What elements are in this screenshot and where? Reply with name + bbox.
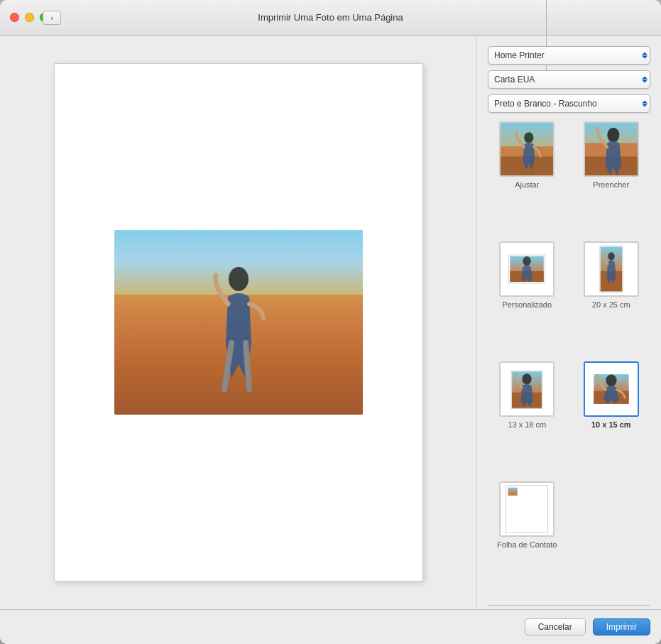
size-thumbnail-personalizado bbox=[499, 241, 555, 297]
size-grid: Ajustar bbox=[488, 121, 650, 596]
svg-point-4 bbox=[524, 132, 533, 143]
size-thumbnail-10x15 bbox=[584, 361, 639, 417]
size-thumbnail-ajustar bbox=[499, 121, 555, 177]
size-label-ajustar: Ajustar bbox=[515, 180, 539, 189]
svg-point-23 bbox=[523, 373, 532, 384]
preview-panel bbox=[0, 36, 476, 609]
size-thumbnail-20x25 bbox=[584, 241, 639, 297]
size-option-13x18[interactable]: 13 x 18 cm bbox=[488, 361, 567, 476]
settings-panel: Home Printer Carta EUA bbox=[476, 36, 661, 609]
size-thumbnail-13x18 bbox=[499, 361, 555, 417]
size-option-10x15[interactable]: 10 x 15 cm bbox=[572, 361, 651, 476]
size-label-20x25: 20 x 25 cm bbox=[592, 300, 630, 309]
quality-dropdown[interactable]: Preto e Branco - Rascunho bbox=[488, 94, 650, 113]
size-label-preencher: Preencher bbox=[593, 180, 629, 189]
grid-divider bbox=[488, 605, 650, 606]
size-label-10x15: 10 x 15 cm bbox=[591, 420, 631, 429]
window: ‹ Imprimir Uma Foto em Uma Página bbox=[0, 0, 661, 644]
minimize-button[interactable] bbox=[25, 13, 34, 22]
svg-point-13 bbox=[523, 256, 531, 266]
size-option-ajustar[interactable]: Ajustar bbox=[488, 121, 567, 236]
paper-dropdown[interactable]: Carta EUA bbox=[488, 70, 650, 89]
printer-dropdown-row: Home Printer bbox=[488, 46, 650, 65]
size-label-folha: Folha de Contato bbox=[497, 540, 557, 549]
main-content: Home Printer Carta EUA bbox=[0, 36, 661, 609]
person-silhouette-icon bbox=[210, 258, 267, 400]
close-button[interactable] bbox=[10, 13, 19, 22]
photo-preview bbox=[114, 230, 363, 415]
size-option-folha[interactable]: Folha de Contato bbox=[488, 481, 567, 596]
size-label-13x18: 13 x 18 cm bbox=[508, 420, 546, 429]
size-thumbnail-folha bbox=[499, 481, 555, 537]
size-label-personalizado: Personalizado bbox=[502, 300, 552, 309]
window-title: Imprimir Uma Foto em Uma Página bbox=[258, 12, 403, 23]
svg-point-0 bbox=[229, 267, 248, 291]
print-button[interactable]: Imprimir bbox=[593, 618, 650, 635]
cancel-button[interactable]: Cancelar bbox=[525, 618, 586, 635]
svg-point-28 bbox=[606, 374, 616, 386]
size-thumbnail-preencher bbox=[584, 121, 639, 177]
titlebar: ‹ Imprimir Uma Foto em Uma Página bbox=[0, 0, 661, 36]
quality-dropdown-row: Preto e Branco - Rascunho bbox=[488, 94, 650, 113]
svg-rect-31 bbox=[508, 488, 518, 496]
paper-preview bbox=[54, 63, 423, 582]
size-option-20x25[interactable]: 20 x 25 cm bbox=[572, 241, 651, 356]
svg-point-18 bbox=[608, 252, 614, 260]
paper-dropdown-row: Carta EUA bbox=[488, 70, 650, 89]
svg-point-8 bbox=[607, 128, 619, 143]
size-option-preencher[interactable]: Preencher bbox=[572, 121, 651, 236]
size-option-personalizado[interactable]: Personalizado bbox=[488, 241, 567, 356]
bottom-bar: Cancelar Imprimir bbox=[0, 609, 661, 644]
printer-dropdown[interactable]: Home Printer bbox=[488, 46, 650, 65]
back-button[interactable]: ‹ bbox=[43, 11, 61, 25]
